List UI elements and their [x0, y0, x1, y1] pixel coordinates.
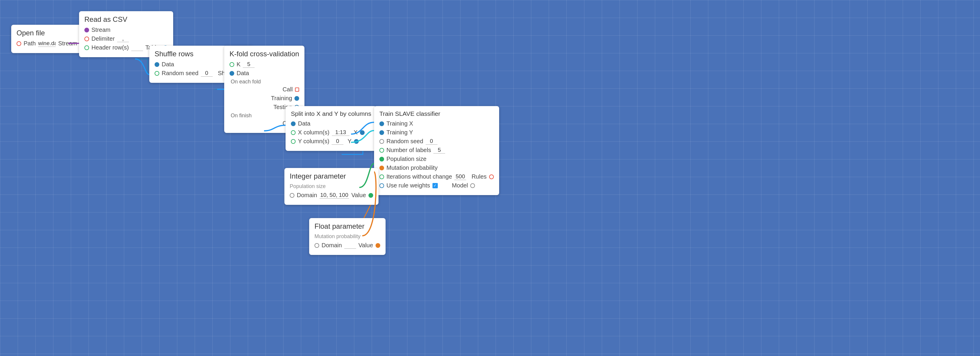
kfold-data-label: Data	[237, 70, 249, 77]
k-input[interactable]	[243, 61, 255, 68]
training-out-port	[294, 96, 299, 101]
x-out-port	[360, 130, 364, 135]
train-slave-title: Train SLAVE classifier	[379, 110, 494, 117]
float-param-node: Float parameter Mutation probability Dom…	[309, 218, 385, 255]
random-seed-label: Random seed	[387, 138, 423, 145]
integer-param-node: Integer parameter Population size Domain…	[285, 168, 379, 205]
mutation-prob-port	[379, 166, 384, 170]
iterations-input[interactable]	[454, 173, 466, 180]
y-col-port	[291, 139, 296, 144]
delimiter-port	[84, 36, 89, 41]
rules-out-port	[489, 174, 494, 179]
training-label: Training	[271, 95, 292, 102]
read-csv-title: Read as CSV	[84, 15, 168, 24]
float-param-subtitle: Mutation probability	[315, 233, 380, 240]
num-labels-label: Number of labels	[387, 147, 431, 153]
train-slave-node: Train SLAVE classifier Training X Traini…	[374, 106, 499, 195]
training-x-label: Training X	[387, 120, 413, 127]
use-rule-weights-label: Use rule weights	[387, 182, 430, 189]
stream-label: Stream	[58, 40, 77, 47]
random-seed-input[interactable]	[426, 138, 438, 145]
kfold-title: K-fold cross-validation	[229, 50, 299, 58]
call-label: Call	[283, 86, 293, 93]
num-labels-input[interactable]	[433, 147, 445, 153]
x-col-port	[291, 130, 296, 135]
split-data-label: Data	[298, 120, 310, 127]
stream-in-port	[84, 28, 89, 32]
iterations-port	[379, 174, 384, 179]
y-out-port	[354, 139, 359, 144]
y-col-input[interactable]	[332, 138, 344, 145]
split-title: Split into X and Y by columns	[291, 110, 371, 117]
data-in-port	[154, 62, 159, 67]
open-file-title: Open file	[16, 29, 86, 37]
mutation-prob-label: Mutation probability	[387, 165, 438, 171]
int-domain-port	[290, 193, 294, 198]
split-data-in	[291, 122, 296, 126]
header-port	[84, 45, 89, 50]
seed-label: Random seed	[162, 70, 199, 77]
num-labels-port	[379, 148, 384, 153]
call-port	[295, 87, 299, 92]
stream-label: Stream	[91, 27, 110, 33]
split-xy-node: Split into X and Y by columns Data X col…	[286, 106, 376, 151]
seed-port	[154, 71, 159, 76]
float-value-port	[375, 243, 380, 248]
float-domain-port	[315, 243, 319, 248]
float-param-title: Float parameter	[315, 222, 380, 231]
use-rule-weights-port	[379, 183, 384, 188]
int-value-port	[369, 193, 373, 198]
integer-param-subtitle: Population size	[290, 183, 373, 190]
y-label: Y	[347, 138, 352, 145]
delimiter-input[interactable]	[117, 35, 129, 42]
on-each-fold-label: On each fold	[231, 79, 299, 85]
float-value-label: Value	[358, 242, 373, 249]
k-label: K	[237, 61, 240, 68]
kfold-data-in-port	[229, 71, 234, 76]
x-label: X	[354, 129, 358, 136]
path-input[interactable]	[38, 40, 56, 47]
use-rule-weights-checkbox[interactable]: ✓	[433, 183, 438, 188]
data-label: Data	[162, 61, 174, 68]
model-label: Model	[452, 182, 468, 189]
float-domain-label: Domain	[321, 242, 342, 249]
int-domain-label: Domain	[297, 192, 317, 199]
path-port	[16, 41, 21, 46]
y-col-label: Y column(s)	[298, 138, 329, 145]
path-label: Path	[24, 40, 36, 47]
model-out-port	[470, 183, 475, 188]
population-size-port	[379, 157, 384, 161]
k-port	[229, 62, 234, 67]
delimiter-label: Delimiter	[91, 35, 115, 42]
iterations-label: Iterations without change	[387, 173, 452, 180]
x-col-input[interactable]	[332, 129, 350, 136]
integer-param-title: Integer parameter	[290, 172, 373, 180]
population-size-label: Population size	[387, 156, 426, 162]
seed-input[interactable]	[201, 70, 213, 77]
train-x-in	[379, 122, 384, 126]
int-domain-input[interactable]	[320, 192, 349, 199]
training-y-label: Training Y	[387, 129, 413, 136]
header-input[interactable]	[131, 44, 143, 51]
int-value-label: Value	[352, 192, 366, 199]
train-y-in	[379, 130, 384, 135]
rules-label: Rules	[471, 173, 487, 180]
random-seed-port	[379, 139, 384, 144]
x-col-label: X column(s)	[298, 129, 329, 136]
header-label: Header row(s)	[91, 44, 129, 51]
float-domain-input[interactable]	[344, 242, 356, 249]
